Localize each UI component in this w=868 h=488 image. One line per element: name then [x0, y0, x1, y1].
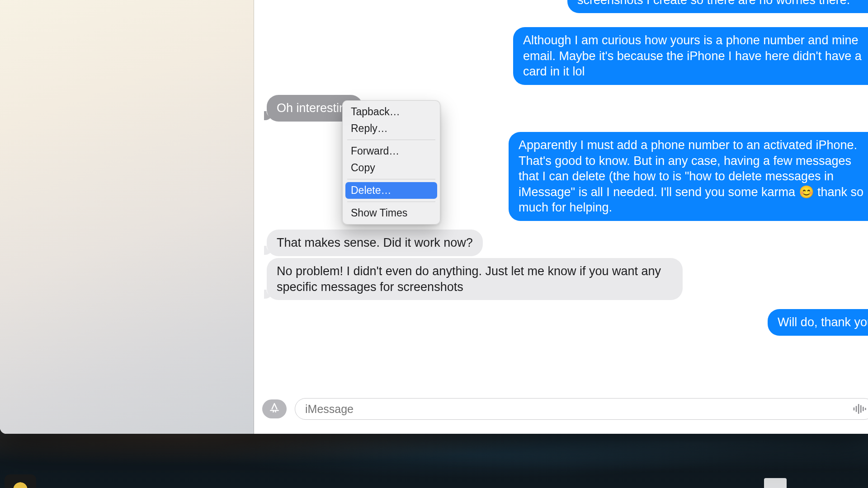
- menu-tapback[interactable]: Tapback…: [345, 103, 437, 120]
- message-text: Will do, thank you: [778, 315, 868, 329]
- message-sent[interactable]: Will do, thank you: [768, 309, 868, 336]
- message-sent[interactable]: Yes, I will be sure to edit out any pers…: [567, 0, 868, 13]
- menu-delete[interactable]: Delete…: [345, 182, 437, 199]
- audio-record-icon[interactable]: [853, 402, 868, 416]
- message-text: Although I am curious how yours is a pho…: [523, 33, 862, 78]
- message-text: No problem! I didn't even do anything. J…: [277, 264, 661, 294]
- message-input[interactable]: [305, 403, 853, 416]
- message-input-wrap[interactable]: [295, 398, 868, 420]
- menu-separator: [347, 179, 435, 179]
- message-text: That makes sense. Did it work now?: [277, 236, 473, 249]
- svg-rect-0: [854, 408, 855, 411]
- message-text: Apparently I must add a phone number to …: [519, 138, 863, 214]
- context-menu: Tapback… Reply… Forward… Copy Delete… Sh…: [342, 100, 440, 225]
- chat-pane: Yes, I will be sure to edit out any pers…: [254, 0, 868, 434]
- svg-rect-1: [856, 406, 857, 412]
- message-text: Oh interesting: [277, 101, 353, 115]
- message-sent[interactable]: Although I am curious how yours is a pho…: [513, 27, 868, 85]
- svg-rect-3: [860, 405, 862, 413]
- dock-app-peek: [764, 478, 787, 488]
- message-sent[interactable]: Apparently I must add a phone number to …: [509, 132, 868, 221]
- compose-row: [262, 397, 868, 421]
- menu-show-times[interactable]: Show Times: [345, 205, 437, 221]
- menu-separator: [347, 202, 435, 202]
- message-text: Yes, I will be sure to edit out any pers…: [577, 0, 854, 7]
- svg-rect-2: [858, 404, 859, 414]
- appstore-icon: [269, 402, 280, 416]
- message-received[interactable]: That makes sense. Did it work now?: [267, 230, 483, 256]
- menu-forward[interactable]: Forward…: [345, 143, 437, 160]
- messages-window: Yes, I will be sure to edit out any pers…: [0, 0, 868, 434]
- menu-separator: [347, 140, 435, 140]
- svg-rect-5: [865, 408, 866, 410]
- menu-copy[interactable]: Copy: [345, 160, 437, 176]
- conversation-sidebar[interactable]: [0, 0, 254, 434]
- message-received[interactable]: No problem! I didn't even do anything. J…: [267, 258, 683, 300]
- apps-button[interactable]: [262, 399, 287, 418]
- svg-rect-4: [863, 407, 864, 411]
- dock-app-peek-left: [5, 474, 36, 488]
- menu-reply[interactable]: Reply…: [345, 120, 437, 137]
